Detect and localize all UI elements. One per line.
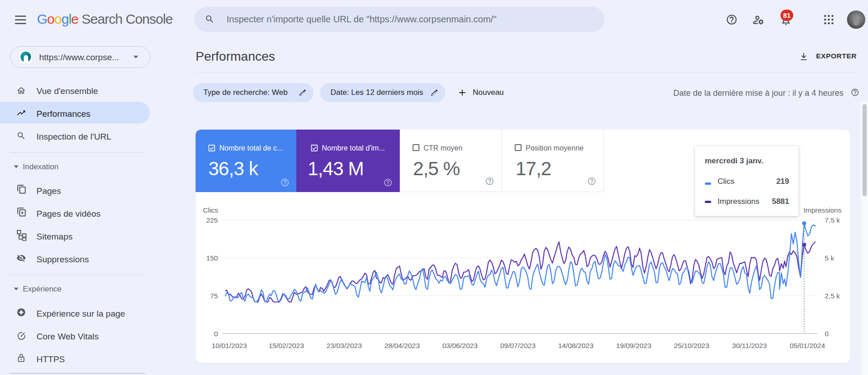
- svg-text:75: 75: [210, 292, 218, 300]
- svg-text:14/08/2023: 14/08/2023: [558, 342, 594, 349]
- svg-text:03/06/2023: 03/06/2023: [442, 342, 478, 349]
- svg-text:05/01/2024: 05/01/2024: [790, 342, 825, 349]
- svg-text:09/07/2023: 09/07/2023: [500, 342, 536, 349]
- svg-text:10/01/2023: 10/01/2023: [212, 342, 247, 349]
- svg-text:0: 0: [825, 330, 829, 338]
- svg-text:0: 0: [214, 330, 218, 338]
- svg-text:2,5 k: 2,5 k: [825, 292, 840, 300]
- svg-text:Clics: Clics: [203, 206, 218, 214]
- svg-text:225: 225: [206, 216, 218, 224]
- svg-text:23/03/2023: 23/03/2023: [326, 342, 362, 349]
- svg-text:5 k: 5 k: [825, 254, 834, 262]
- svg-text:Impressions: Impressions: [803, 206, 842, 214]
- svg-text:19/09/2023: 19/09/2023: [616, 342, 651, 349]
- svg-text:28/04/2023: 28/04/2023: [384, 342, 420, 349]
- svg-text:30/11/2023: 30/11/2023: [732, 342, 767, 349]
- svg-text:150: 150: [206, 254, 218, 262]
- svg-text:25/10/2023: 25/10/2023: [674, 342, 709, 349]
- svg-text:15/02/2023: 15/02/2023: [269, 342, 304, 349]
- svg-text:7,5 k: 7,5 k: [825, 216, 840, 224]
